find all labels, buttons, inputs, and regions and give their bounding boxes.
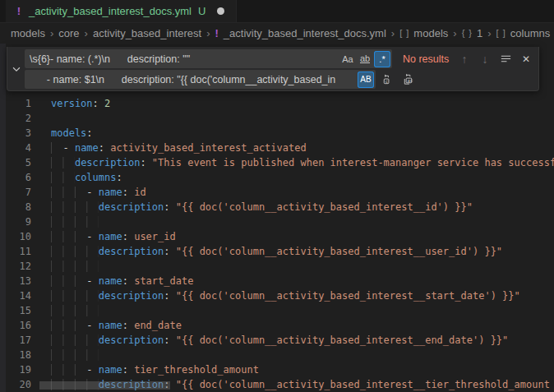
replace-row: - name: $1\n description: "{{ doc('colum… — [25, 70, 535, 89]
code-line-content[interactable]: - name: tier_threshold_amount — [51, 362, 554, 377]
code-line-content[interactable] — [51, 348, 554, 362]
yaml-file-icon: ! — [215, 27, 219, 39]
code-line-content[interactable]: version: 2 — [51, 96, 554, 111]
arrow-down-icon: ↓ — [482, 53, 488, 66]
find-previous-button[interactable]: ↑ — [455, 50, 473, 68]
code-line-content[interactable]: - name: end_date — [51, 318, 554, 333]
breadcrumb-item-models[interactable]: models — [11, 27, 45, 39]
horizontal-scrollbar-thumb[interactable] — [39, 381, 170, 390]
code-line-content[interactable]: - name: id — [51, 185, 554, 200]
close-icon: ✕ — [522, 53, 530, 65]
line-number: 10 — [0, 229, 31, 244]
breadcrumb-label: activity_based_interest — [93, 27, 201, 39]
code-line-content[interactable]: - name: activity_based_interest_activate… — [51, 141, 554, 155]
regex-toggle[interactable]: .* — [374, 51, 390, 67]
line-number: 1 — [0, 96, 31, 111]
results-count-label: No results — [403, 53, 449, 65]
tab-bar: ! _activity_based_interest_docs.yml U — [0, 0, 554, 23]
line-number: 17 — [0, 333, 31, 348]
code-line[interactable]: 11 description: "{{ doc('column__activit… — [0, 244, 554, 259]
chevron-right-icon: › — [85, 27, 88, 39]
line-number: 8 — [0, 200, 31, 214]
find-in-selection-icon — [500, 53, 512, 65]
match-case-toggle[interactable]: Aa — [339, 51, 356, 67]
code-line[interactable]: 16 - name: end_date — [0, 318, 554, 333]
line-number: 9 — [0, 214, 31, 229]
chevron-right-icon: › — [206, 27, 210, 39]
code-line-content[interactable] — [51, 214, 554, 229]
code-line[interactable]: 8 description: "{{ doc('column__activity… — [0, 200, 554, 214]
code-line-content[interactable]: - name: start_date — [51, 274, 554, 288]
close-find-widget-button[interactable]: ✕ — [517, 50, 535, 68]
code-line-content[interactable]: - name: user_id — [51, 229, 554, 244]
replace-all-icon: ac — [402, 73, 414, 85]
code-line[interactable]: 15 — [0, 303, 554, 318]
breadcrumb-label: models — [11, 27, 45, 39]
line-number: 5 — [0, 155, 31, 170]
code-line[interactable]: 5 description: "This event is published … — [0, 155, 554, 170]
vscode-window: ! _activity_based_interest_docs.yml U mo… — [0, 0, 554, 43]
code-line[interactable]: 17 description: "{{ doc('column__activit… — [0, 333, 554, 348]
code-line-content[interactable]: description: "{{ doc('column__activity_b… — [51, 200, 554, 214]
line-number: 4 — [0, 141, 31, 155]
line-number: 20 — [0, 377, 31, 392]
code-line[interactable]: 14 description: "{{ doc('column__activit… — [0, 288, 554, 303]
code-line[interactable]: 7 - name: id — [0, 185, 554, 200]
replace-all-button[interactable]: ac — [399, 71, 417, 89]
git-status-badge: U — [198, 5, 205, 17]
dirty-indicator-dot[interactable] — [217, 7, 224, 15]
chevron-right-icon: › — [391, 27, 395, 39]
code-line[interactable]: 2 — [0, 111, 554, 126]
code-line[interactable]: 6 columns: — [0, 170, 554, 185]
editor: 1version: 223models:4 - name: activity_b… — [0, 44, 554, 392]
symbol-object-icon: { } — [462, 28, 473, 38]
code-line[interactable]: 10 - name: user_id — [0, 229, 554, 244]
line-number: 14 — [0, 288, 31, 303]
code-line-content[interactable]: columns: — [51, 170, 554, 185]
code-line-content[interactable] — [51, 303, 554, 318]
replace-button[interactable]: c — [378, 71, 396, 89]
breadcrumb-item-activity-based-interest[interactable]: activity_based_interest — [93, 27, 201, 39]
replace-input[interactable]: - name: $1\n description: "{{ doc('colum… — [25, 70, 376, 89]
code-line[interactable]: 12 — [0, 259, 554, 274]
code-line[interactable]: 19 - name: tier_threshold_amount — [0, 362, 554, 377]
code-line-content[interactable] — [51, 111, 554, 126]
code-line-content[interactable]: description: "{{ doc('column__activity_b… — [51, 244, 554, 259]
line-number: 3 — [0, 126, 31, 141]
breadcrumb-label: _activity_based_interest_docs.yml — [224, 27, 386, 39]
tab-filename: _activity_based_interest_docs.yml — [29, 5, 192, 17]
yaml-file-icon: ! — [14, 5, 24, 17]
whole-word-toggle[interactable]: ab — [357, 51, 373, 67]
breadcrumb-item-1[interactable]: { }1 — [462, 27, 483, 39]
tab-activity-based-interest-docs[interactable]: ! _activity_based_interest_docs.yml U — [6, 0, 237, 22]
code-line[interactable]: 1version: 2 — [0, 96, 554, 111]
svg-text:ac: ac — [407, 78, 413, 83]
find-next-button[interactable]: ↓ — [476, 50, 494, 68]
find-row: \s{6}- name: (.*)\n description: "" Aa a… — [25, 49, 535, 68]
code-line[interactable]: 9 — [0, 214, 554, 229]
toggle-replace-button[interactable] — [11, 63, 22, 75]
code-line-content[interactable]: description: "{{ doc('column__activity_b… — [51, 288, 554, 303]
code-line-content[interactable]: models: — [51, 126, 554, 141]
arrow-up-icon: ↑ — [462, 53, 468, 66]
code-line[interactable]: 18 — [0, 348, 554, 362]
line-number: 15 — [0, 303, 31, 318]
line-number: 19 — [0, 362, 31, 377]
code-line[interactable]: 4 - name: activity_based_interest_activa… — [0, 141, 554, 155]
breadcrumb-item-core[interactable]: core — [58, 27, 79, 39]
code-line-content[interactable]: description: "This event is published wh… — [51, 155, 554, 170]
preserve-case-toggle[interactable]: AB — [358, 71, 374, 88]
breadcrumb-label: columns — [510, 27, 550, 39]
chevron-right-icon: › — [487, 27, 491, 39]
code-line[interactable]: 13 - name: start_date — [0, 274, 554, 288]
find-in-selection-button[interactable] — [496, 50, 515, 68]
code-line-content[interactable] — [51, 259, 554, 274]
line-number: 2 — [0, 111, 31, 126]
code-line-content[interactable]: description: "{{ doc('column__activity_b… — [51, 333, 554, 348]
breadcrumb-item--activity-based-interest-docs-yml[interactable]: !_activity_based_interest_docs.yml — [215, 27, 386, 39]
breadcrumb-item-columns[interactable]: [ ]columns — [496, 27, 551, 39]
code-line[interactable]: 3models: — [0, 126, 554, 141]
find-input[interactable]: \s{6}- name: (.*)\n description: "" Aa a… — [25, 49, 392, 68]
chevron-down-icon — [11, 63, 22, 75]
breadcrumb-item-models[interactable]: [ ]models — [399, 27, 448, 39]
